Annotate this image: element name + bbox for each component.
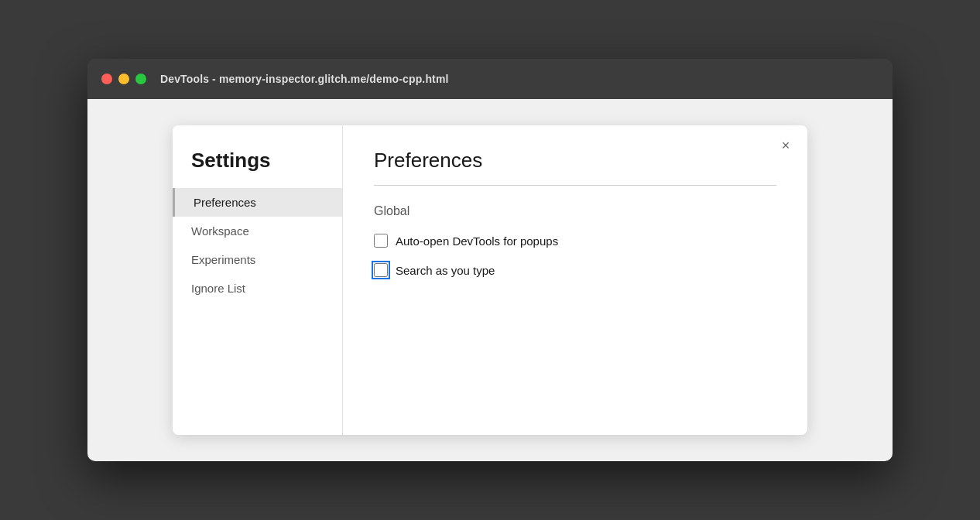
settings-dialog: × Settings Preferences Workspace Experim… — [173, 125, 807, 435]
sidebar-item-preferences[interactable]: Preferences — [173, 188, 342, 217]
auto-open-row: Auto-open DevTools for popups — [374, 234, 776, 248]
search-type-row: Search as you type — [374, 263, 776, 277]
browser-window: DevTools - memory-inspector.glitch.me/de… — [87, 59, 893, 461]
window-content: × Settings Preferences Workspace Experim… — [87, 99, 893, 461]
close-button[interactable]: × — [776, 136, 795, 155]
sidebar-item-workspace[interactable]: Workspace — [173, 217, 342, 245]
search-type-checkbox[interactable] — [374, 263, 388, 277]
title-bar: DevTools - memory-inspector.glitch.me/de… — [87, 59, 893, 99]
settings-title: Settings — [173, 149, 342, 188]
search-type-label[interactable]: Search as you type — [396, 264, 495, 277]
search-type-checkbox-wrap — [374, 263, 388, 277]
main-title: Preferences — [374, 149, 776, 173]
maximize-traffic-light[interactable] — [135, 74, 146, 84]
window-title: DevTools - memory-inspector.glitch.me/de… — [160, 73, 449, 85]
minimize-traffic-light[interactable] — [118, 74, 129, 84]
sidebar-item-ignore-list[interactable]: Ignore List — [173, 274, 342, 303]
section-divider — [374, 185, 776, 186]
main-content: Preferences Global Auto-open DevTools fo… — [343, 125, 807, 435]
sidebar-nav: Preferences Workspace Experiments Ignore… — [173, 188, 342, 303]
settings-sidebar: Settings Preferences Workspace Experimen… — [173, 125, 343, 435]
sidebar-item-experiments[interactable]: Experiments — [173, 245, 342, 274]
auto-open-checkbox-wrap — [374, 234, 388, 248]
auto-open-label[interactable]: Auto-open DevTools for popups — [396, 234, 558, 248]
global-section-title: Global — [374, 204, 776, 218]
auto-open-checkbox[interactable] — [374, 234, 388, 248]
close-traffic-light[interactable] — [101, 74, 112, 84]
traffic-lights — [101, 74, 146, 84]
